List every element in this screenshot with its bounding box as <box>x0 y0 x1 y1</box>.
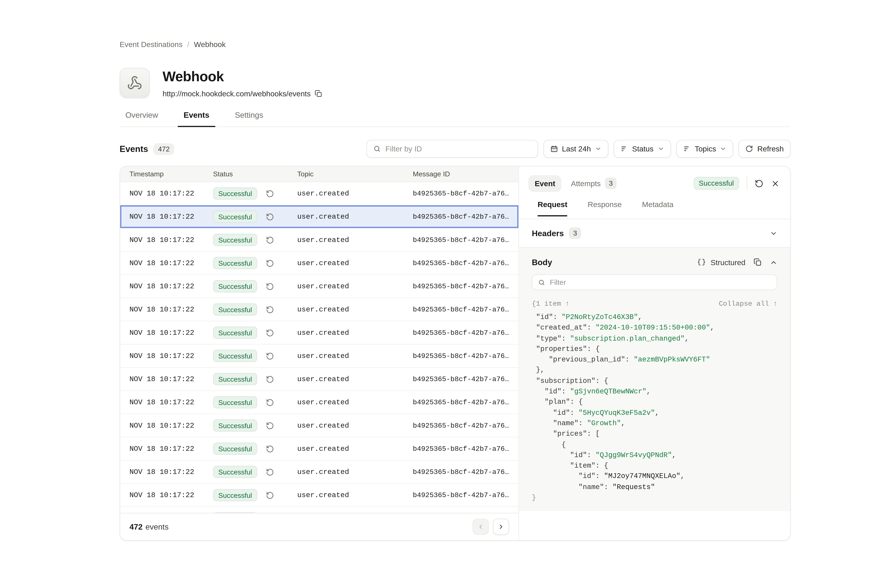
refresh-button[interactable]: Refresh <box>739 140 791 158</box>
table-row[interactable]: NOV 18 10:17:22 Successful user.created … <box>120 298 519 321</box>
tab-settings[interactable]: Settings <box>229 111 269 126</box>
status-badge: Successful <box>213 350 257 362</box>
footer-event-label: events <box>146 522 168 531</box>
tab-events[interactable]: Events <box>178 111 215 126</box>
row-message-id: b4925365-b8cf-42b7-a76… <box>413 328 511 337</box>
table-row[interactable]: NOV 18 10:17:22 Successful user.created … <box>120 460 519 484</box>
subtab-request[interactable]: Request <box>538 200 567 216</box>
breadcrumb-parent[interactable]: Event Destinations <box>120 40 182 49</box>
retry-icon[interactable] <box>266 259 274 267</box>
date-range-button[interactable]: Last 24h <box>543 140 608 158</box>
row-topic: user.created <box>297 445 413 453</box>
divider <box>747 176 747 190</box>
row-timestamp: NOV 18 10:17:22 <box>129 375 213 383</box>
table-row[interactable]: NOV 18 10:17:22 Successful user.created … <box>120 205 519 228</box>
row-topic: user.created <box>297 282 413 290</box>
search-icon <box>373 145 381 153</box>
row-timestamp: NOV 18 10:17:22 <box>129 445 213 453</box>
table-row[interactable]: NOV 18 10:17:22 Successful user.created … <box>120 321 519 345</box>
copy-url-button[interactable] <box>315 90 322 98</box>
table-row[interactable]: NOV 18 10:17:22 Successful user.created … <box>120 391 519 414</box>
retry-icon[interactable] <box>266 328 274 337</box>
id-search-input[interactable] <box>385 144 531 153</box>
breadcrumb-separator: / <box>187 40 189 49</box>
json-items-summary[interactable]: {1 item ↑ <box>532 300 569 308</box>
headers-section[interactable]: Headers 3 <box>519 219 790 248</box>
breadcrumb-current[interactable]: Webhook <box>194 40 226 49</box>
table-footer: 472 events <box>120 513 519 540</box>
close-panel-button[interactable] <box>771 179 780 188</box>
attempts-count-badge: 3 <box>605 178 617 189</box>
attempts-tab[interactable]: Attempts 3 <box>571 178 617 189</box>
body-filter-box[interactable] <box>532 274 777 290</box>
previous-page-button[interactable] <box>472 519 489 535</box>
structured-toggle[interactable]: {} Structured <box>697 258 746 267</box>
row-message-id: b4925365-b8cf-42b7-a76… <box>413 445 511 453</box>
table-header: Timestamp Status Topic Message ID <box>120 166 519 182</box>
detail-subtabs: Request Response Metadata <box>519 200 790 219</box>
status-filter-button[interactable]: Status <box>613 140 671 158</box>
topics-filter-button[interactable]: Topics <box>676 140 734 158</box>
row-message-id: b4925365-b8cf-42b7-a76… <box>413 375 511 383</box>
column-header-timestamp: Timestamp <box>129 170 213 178</box>
retry-icon[interactable] <box>266 213 274 221</box>
retry-icon[interactable] <box>266 306 274 314</box>
retry-icon[interactable] <box>266 398 274 406</box>
row-topic: user.created <box>297 328 413 337</box>
event-tab[interactable]: Event <box>528 175 562 192</box>
table-row[interactable]: NOV 18 10:17:22 Successful user.created … <box>120 414 519 438</box>
collapse-all-button[interactable]: Collapse all ↑ <box>719 300 777 308</box>
retry-icon[interactable] <box>266 445 274 453</box>
retry-icon[interactable] <box>266 189 274 197</box>
table-row[interactable]: NOV 18 10:17:22 Successful user.created … <box>120 252 519 275</box>
row-timestamp: NOV 18 10:17:22 <box>129 282 213 290</box>
collapse-body-button[interactable] <box>770 258 777 266</box>
retry-icon[interactable] <box>266 352 274 360</box>
filter-lines-icon <box>683 145 691 153</box>
status-badge: Successful <box>213 396 257 408</box>
breadcrumb: Event Destinations / Webhook <box>120 40 791 49</box>
id-search-box[interactable] <box>366 140 538 158</box>
status-badge: Successful <box>213 443 257 455</box>
chevron-down-icon[interactable] <box>770 230 777 237</box>
retry-icon[interactable] <box>266 236 274 244</box>
json-viewer: {1 item ↑ Collapse all ↑ "id": "P2NoRtyZ… <box>519 290 790 503</box>
retry-icon[interactable] <box>266 422 274 429</box>
retry-icon[interactable] <box>266 468 274 476</box>
table-row[interactable]: NOV 18 10:17:22 Successful user.created … <box>120 507 519 513</box>
retry-event-button[interactable] <box>755 179 764 188</box>
row-message-id: b4925365-b8cf-42b7-a76… <box>413 236 511 244</box>
status-badge: Successful <box>213 234 257 246</box>
table-row[interactable]: NOV 18 10:17:22 Successful user.created … <box>120 368 519 391</box>
body-filter-input[interactable] <box>550 278 771 286</box>
page: Event Destinations / Webhook Webhook htt… <box>0 0 878 588</box>
table-row[interactable]: NOV 18 10:17:22 Successful user.created … <box>120 275 519 298</box>
row-message-id: b4925365-b8cf-42b7-a76… <box>413 468 511 476</box>
next-page-button[interactable] <box>493 519 509 535</box>
attempts-label: Attempts <box>571 179 601 188</box>
copy-body-button[interactable] <box>753 258 762 266</box>
events-count-badge: 472 <box>153 143 174 154</box>
table-row[interactable]: NOV 18 10:17:22 Successful user.created … <box>120 345 519 368</box>
page-header: Webhook http://mock.hookdeck.com/webhook… <box>120 68 791 98</box>
table-row[interactable]: NOV 18 10:17:22 Successful user.created … <box>120 484 519 507</box>
status-badge: Successful <box>213 373 257 385</box>
body-header: Body {} Structured <box>519 248 790 269</box>
row-timestamp: NOV 18 10:17:22 <box>129 259 213 267</box>
footer-event-count: 472 <box>129 522 143 531</box>
table-row[interactable]: NOV 18 10:17:22 Successful user.created … <box>120 229 519 252</box>
retry-icon[interactable] <box>266 491 274 499</box>
title-block: Webhook http://mock.hookdeck.com/webhook… <box>162 68 322 98</box>
pagination <box>472 519 509 535</box>
retry-icon[interactable] <box>266 282 274 290</box>
refresh-label: Refresh <box>757 144 784 153</box>
table-row[interactable]: NOV 18 10:17:22 Successful user.created … <box>120 182 519 205</box>
table-row[interactable]: NOV 18 10:17:22 Successful user.created … <box>120 438 519 460</box>
tab-overview[interactable]: Overview <box>120 111 164 126</box>
column-header-message-id: Message ID <box>413 170 511 178</box>
retry-icon[interactable] <box>266 375 274 383</box>
subtab-response[interactable]: Response <box>588 200 622 216</box>
page-title: Webhook <box>162 68 322 85</box>
subtab-metadata[interactable]: Metadata <box>642 200 674 216</box>
row-message-id: b4925365-b8cf-42b7-a76… <box>413 398 511 406</box>
